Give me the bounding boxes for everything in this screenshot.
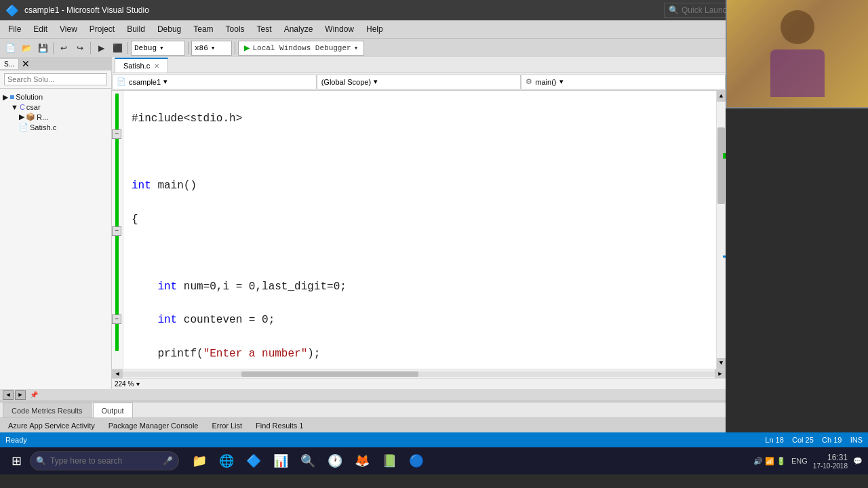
taskbar-clock-app[interactable]: 🕐 [323,449,347,473]
sep1 [53,42,54,54]
open-btn[interactable]: 📂 [19,41,34,56]
taskbar-explorer[interactable]: 📁 [187,449,212,473]
output-pin[interactable]: 📌 [30,391,38,399]
sidebar-search-container [0,70,111,89]
output-area: ◀ ▶ 📌 Code Metrics Results Output Azure … [0,389,726,432]
file-label: Satish.c [30,123,56,131]
line-main: int main() [132,180,197,192]
window-title: csample1 - Microsoft Visual Studio [24,5,149,15]
sidebar-tab-sol[interactable]: S... [0,59,19,69]
menu-tools[interactable]: Tools [220,20,250,38]
file-selector[interactable]: 📄 csample1 ▾ [112,75,317,89]
tab-code-metrics[interactable]: Code Metrics Results [3,403,92,418]
tree-solution[interactable]: ▶ ■ Solution [0,92,111,102]
code-content[interactable]: #include<stdio.h> int main() { int num=0… [123,91,716,369]
scroll-green-marker [723,153,726,159]
code-display[interactable]: #include<stdio.h> int main() { int num=0… [123,91,716,369]
x86-dropdown[interactable]: x86 ▾ [191,41,232,56]
scroll-right-btn[interactable]: ▶ [715,369,726,379]
menu-edit[interactable]: Edit [28,20,53,38]
menu-file[interactable]: File [3,20,26,38]
scroll-h-thumb[interactable] [241,371,419,377]
tab-satish-c[interactable]: Satish.c ✕ [115,58,168,73]
sidebar-search-input[interactable] [4,73,107,85]
tab-package-manager[interactable]: Package Manager Console [103,421,204,430]
new-btn[interactable]: 📄 [3,41,18,56]
taskbar-other[interactable]: 🔵 [404,449,429,473]
menu-view[interactable]: View [54,20,83,38]
zoom-dropdown[interactable]: ▾ [136,380,140,388]
editor-area: Satish.c ✕ 📄 csample1 ▾ (Global Scope) ▾… [112,57,726,389]
menu-help[interactable]: Help [361,20,389,38]
clock-date: 17-10-2018 [813,462,848,470]
location-bar: 📄 csample1 ▾ (Global Scope) ▾ ⚙ main() ▾ [112,73,726,91]
nav-left[interactable]: ◀ [3,390,14,400]
taskbar-search[interactable]: 🔍 🎤 [30,451,179,470]
tab-azure[interactable]: Azure App Service Activity [3,421,100,430]
collapse-btn-2[interactable]: − [112,226,121,236]
menu-window[interactable]: Window [319,20,359,38]
menu-analyze[interactable]: Analyze [279,20,319,38]
webcam-video [727,0,868,107]
redo-btn[interactable]: ↪ [73,41,87,56]
nav-right[interactable]: ▶ [15,390,26,400]
expand-icon: ▶ [3,93,8,102]
scope-selector[interactable]: (Global Scope) ▾ [317,75,521,89]
vertical-scrollbar[interactable]: ▲ ▼ [716,91,726,369]
zoom-level: 224 % [115,380,134,388]
tab-output[interactable]: Output [93,403,133,418]
menu-team[interactable]: Team [188,20,218,38]
taskbar-ppt[interactable]: 📊 [269,449,293,473]
scope-label: (Global Scope) [321,78,371,86]
taskbar-vs[interactable]: 🔷 [241,449,266,473]
sidebar: S... ✕ ▶ ■ Solution ▼ C csar ▶ 📦 R... [0,57,112,389]
sep5 [235,42,235,54]
debug-dropdown[interactable]: Debug ▾ [131,41,185,56]
start-button[interactable]: ⊞ [5,450,27,472]
col: Col 25 [792,436,814,444]
tree-file[interactable]: 📄 Satish.c [0,122,111,132]
run-dropdown-icon: ▾ [354,43,359,52]
tab-error-list[interactable]: Error List [206,421,248,430]
code-metrics-label: Code Metrics Results [12,407,83,415]
menu-test[interactable]: Test [252,20,277,38]
tree-project[interactable]: ▼ C csar [0,102,111,112]
tab-close-icon[interactable]: ✕ [154,62,159,70]
scroll-track[interactable] [717,102,726,358]
taskbar-apps: 📁 🌐 🔷 📊 🔍 🕐 🦊 📗 🔵 [187,449,429,473]
menu-build[interactable]: Build [121,20,151,38]
status-text: Ready [5,436,27,444]
method-dropdown-icon: ▾ [559,77,564,86]
expand-icon2: ▼ [11,103,18,111]
taskbar-search-input[interactable] [50,456,159,466]
clock-time: 16:31 [813,453,848,462]
notification-btn[interactable]: 💬 [853,457,863,466]
run-start[interactable]: ▶ [94,41,108,56]
scroll-h-track[interactable] [123,371,715,377]
taskbar-excel[interactable]: 📗 [377,449,401,473]
save-btn[interactable]: 💾 [35,41,50,56]
body-shape [770,49,825,97]
run-button[interactable]: ▶ Local Windows Debugger ▾ [238,41,364,56]
collapse-btn-1[interactable]: − [112,129,121,139]
tab-find-results[interactable]: Find Results 1 [250,421,309,430]
undo-btn[interactable]: ↩ [56,41,71,56]
project-icon: C [20,103,25,111]
scroll-left-btn[interactable]: ◀ [112,369,123,379]
scroll-down-btn[interactable]: ▼ [717,358,726,369]
taskbar-search2[interactable]: 🔍 [296,449,320,473]
method-selector[interactable]: ⚙ main() ▾ [521,75,726,89]
menu-debug[interactable]: Debug [152,20,186,38]
stop-btn[interactable]: ⬛ [110,41,125,56]
tree-refs[interactable]: ▶ 📦 R... [0,112,111,122]
code-editor[interactable]: − − − #include<stdio.h> int main() { int… [112,91,726,369]
scroll-thumb[interactable] [717,127,725,204]
menu-project[interactable]: Project [84,20,120,38]
taskbar-firefox[interactable]: 🦊 [350,449,374,473]
scroll-up-btn[interactable]: ▲ [717,91,726,102]
horizontal-scrollbar[interactable]: ◀ ▶ [112,369,726,378]
sidebar-close[interactable]: ✕ [19,57,33,70]
collapse-btn-3[interactable]: − [112,314,121,324]
taskbar-edge[interactable]: 🌐 [214,449,239,473]
ln-col: Ln 18 Col 25 Ch 19 INS [765,436,863,444]
